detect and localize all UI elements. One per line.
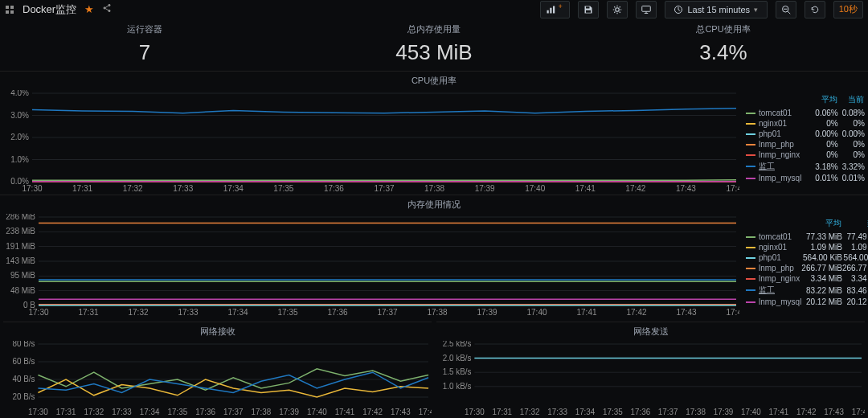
- svg-text:17:33: 17:33: [173, 184, 193, 193]
- panel-memory-usage[interactable]: 内存使用情况 0 B48 MiB95 MiB143 MiB191 MiB238 …: [0, 195, 868, 318]
- panel-network-rx[interactable]: 网络接收 20 B/s40 B/s60 B/s80 B/s17:3017:311…: [3, 322, 432, 418]
- svg-text:17:40: 17:40: [525, 184, 545, 193]
- stat-running-containers[interactable]: 运行容器 7: [0, 18, 289, 71]
- svg-text:17:35: 17:35: [277, 308, 297, 317]
- svg-text:60 B/s: 60 B/s: [13, 357, 35, 366]
- svg-text:17:32: 17:32: [128, 308, 148, 317]
- refresh-interval-picker[interactable]: 10秒: [833, 1, 863, 18]
- zoom-out-button[interactable]: [776, 1, 796, 18]
- svg-text:191 MiB: 191 MiB: [6, 242, 35, 251]
- time-range-picker[interactable]: Last 15 minutes ▾: [665, 1, 768, 18]
- svg-text:17:30: 17:30: [22, 184, 42, 193]
- svg-text:17:39: 17:39: [714, 408, 734, 416]
- svg-text:17:34: 17:34: [227, 308, 248, 317]
- svg-text:286 MiB: 286 MiB: [6, 214, 35, 221]
- stats-row: 运行容器 7 总内存使用量 453 MiB 总CPU使用率 3.4%: [0, 18, 868, 71]
- svg-text:17:31: 17:31: [56, 408, 76, 416]
- svg-text:17:34: 17:34: [575, 408, 596, 416]
- svg-text:80 B/s: 80 B/s: [13, 341, 35, 348]
- legend-item[interactable]: nginx010%0%: [746, 118, 865, 129]
- legend-item[interactable]: tomcat010.06%0.08%: [746, 108, 865, 118]
- legend-item[interactable]: lnmp_php0%0%: [746, 139, 865, 150]
- legend-item[interactable]: lnmp_mysql0.01%0.01%: [746, 173, 865, 183]
- legend-item[interactable]: lnmp_nginx3.34 MiB3.34 MiB: [746, 273, 868, 284]
- settings-button[interactable]: [607, 1, 628, 18]
- chevron-down-icon: ▾: [754, 6, 758, 14]
- svg-rect-3: [586, 6, 590, 8]
- svg-text:2.0 kB/s: 2.0 kB/s: [443, 354, 472, 363]
- netrx-chart[interactable]: 20 B/s40 B/s60 B/s80 B/s17:3017:3117:321…: [3, 341, 432, 418]
- svg-text:17:41: 17:41: [335, 408, 355, 416]
- cpu-chart[interactable]: 0.0%1.0%2.0%3.0%4.0%17:3017:3117:3217:33…: [0, 90, 739, 195]
- save-button[interactable]: [578, 1, 599, 18]
- svg-text:17:38: 17:38: [686, 408, 706, 416]
- panel-title: CPU使用率: [0, 72, 868, 90]
- svg-text:1.0 kB/s: 1.0 kB/s: [443, 382, 472, 391]
- svg-text:17:31: 17:31: [72, 184, 92, 193]
- svg-text:1.5 kB/s: 1.5 kB/s: [443, 367, 472, 376]
- dashboard-title[interactable]: Docker监控: [23, 2, 76, 17]
- svg-text:17:38: 17:38: [427, 308, 447, 317]
- memory-chart[interactable]: 0 B48 MiB95 MiB143 MiB191 MiB238 MiB286 …: [0, 214, 739, 318]
- stat-total-cpu[interactable]: 总CPU使用率 3.4%: [579, 18, 868, 71]
- svg-text:17:34: 17:34: [140, 408, 160, 416]
- legend-item[interactable]: php01564.00 KiB564.00 KiB: [746, 252, 868, 263]
- svg-text:17:40: 17:40: [307, 408, 327, 416]
- svg-text:17:30: 17:30: [28, 408, 48, 416]
- svg-text:17:40: 17:40: [526, 308, 547, 317]
- legend-item[interactable]: nginx011.09 MiB1.09 MiB: [746, 242, 868, 252]
- cpu-legend: 平均当前tomcat010.06%0.08%nginx010%0%php010.…: [739, 90, 868, 195]
- svg-text:48 MiB: 48 MiB: [10, 286, 35, 295]
- toolbar: Docker监控 ★ + Last 15 minutes ▾ 10秒: [0, 0, 868, 18]
- stat-total-memory[interactable]: 总内存使用量 453 MiB: [289, 18, 579, 71]
- bar-chart-icon: [546, 5, 555, 14]
- svg-text:238 MiB: 238 MiB: [6, 227, 35, 236]
- svg-text:2.5 kB/s: 2.5 kB/s: [443, 341, 472, 348]
- svg-text:17:32: 17:32: [520, 408, 540, 416]
- star-icon[interactable]: ★: [84, 3, 94, 15]
- panel-cpu-usage[interactable]: CPU使用率 0.0%1.0%2.0%3.0%4.0%17:3017:3117:…: [0, 71, 868, 195]
- legend-item[interactable]: 监工83.22 MiB83.46 MiB: [746, 284, 868, 297]
- svg-text:95 MiB: 95 MiB: [10, 271, 35, 280]
- svg-text:17:32: 17:32: [84, 408, 104, 416]
- svg-rect-6: [642, 6, 651, 11]
- legend-item[interactable]: php010.00%0.00%: [746, 129, 865, 139]
- refresh-icon: [810, 5, 820, 14]
- add-panel-button[interactable]: +: [540, 1, 569, 18]
- svg-text:17:42: 17:42: [626, 308, 646, 317]
- svg-text:17:38: 17:38: [252, 408, 272, 416]
- svg-text:17:43: 17:43: [391, 408, 411, 416]
- svg-text:17:39: 17:39: [279, 408, 299, 416]
- svg-text:17:44: 17:44: [726, 184, 739, 193]
- svg-rect-4: [586, 10, 591, 12]
- svg-text:17:44: 17:44: [726, 308, 739, 317]
- panel-title: 内存使用情况: [0, 195, 868, 214]
- svg-text:17:44: 17:44: [852, 408, 865, 416]
- legend-item[interactable]: tomcat0177.33 MiB77.49 MiB: [746, 232, 868, 242]
- svg-text:17:36: 17:36: [324, 184, 344, 193]
- clock-icon: [674, 5, 683, 14]
- refresh-button[interactable]: [805, 1, 825, 18]
- svg-text:17:44: 17:44: [419, 408, 432, 416]
- stat-label: 总内存使用量: [289, 23, 579, 35]
- svg-text:17:42: 17:42: [625, 184, 645, 193]
- legend-item[interactable]: lnmp_php266.77 MiB266.77 MiB: [746, 263, 868, 273]
- legend-item[interactable]: lnmp_nginx0%0%: [746, 150, 865, 160]
- svg-text:17:30: 17:30: [465, 408, 485, 416]
- svg-text:17:36: 17:36: [195, 408, 215, 416]
- nettx-chart[interactable]: 1.0 kB/s1.5 kB/s2.0 kB/s2.5 kB/s17:3017:…: [436, 341, 865, 418]
- tv-mode-button[interactable]: [636, 1, 657, 18]
- save-icon: [583, 5, 593, 14]
- svg-text:17:42: 17:42: [796, 408, 817, 416]
- time-range-label: Last 15 minutes: [687, 5, 750, 14]
- legend-item[interactable]: 监工3.18%3.32%: [746, 160, 865, 173]
- share-icon[interactable]: [102, 3, 112, 15]
- panel-network-tx[interactable]: 网络发送 1.0 kB/s1.5 kB/s2.0 kB/s2.5 kB/s17:…: [436, 322, 865, 418]
- gear-icon: [612, 5, 622, 14]
- svg-rect-0: [547, 10, 549, 13]
- svg-text:17:31: 17:31: [78, 308, 98, 317]
- svg-text:40 B/s: 40 B/s: [13, 375, 35, 383]
- svg-text:17:43: 17:43: [676, 308, 696, 317]
- legend-item[interactable]: lnmp_mysql20.12 MiB20.12 MiB: [746, 297, 868, 307]
- dashboard-grid-icon[interactable]: [5, 5, 14, 14]
